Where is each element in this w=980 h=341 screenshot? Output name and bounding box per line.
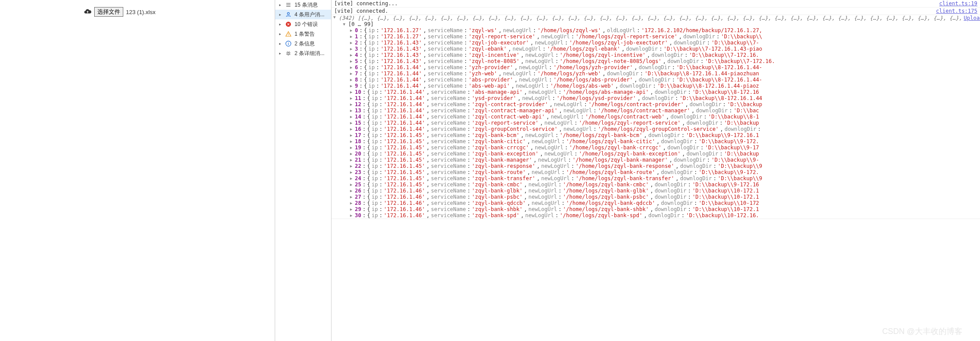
- array-entry[interactable]: ▶14: {ip: '172.16.1.44', serviceName: 'z…: [333, 114, 980, 120]
- array-entry[interactable]: ▶28: {ip: '172.16.1.46', serviceName: 'z…: [333, 200, 980, 206]
- uploaded-filename: 123 (1).xlsx: [126, 9, 155, 15]
- filter-label: 4 条用户消...: [295, 11, 324, 19]
- warn-icon: [285, 30, 292, 37]
- filter-label: 10 个错误: [295, 21, 318, 28]
- array-entry[interactable]: ▶6: {ip: '172.16.1.44', serviceName: 'yz…: [333, 64, 980, 70]
- array-entry[interactable]: ▶3: {ip: '172.16.1.43', serviceName: 'zq…: [333, 46, 980, 52]
- filter-warn[interactable]: ▸1 条警告: [275, 29, 331, 39]
- array-entry[interactable]: ▶4: {ip: '172.16.1.43', serviceName: 'zq…: [333, 52, 980, 58]
- array-entry[interactable]: ▶18: {ip: '172.16.1.45', serviceName: 'z…: [333, 138, 980, 145]
- chevron-right-icon[interactable]: ▶: [350, 132, 354, 138]
- array-entry[interactable]: ▶22: {ip: '172.16.1.45', serviceName: 'z…: [333, 163, 980, 169]
- range-label[interactable]: [0 … 99]: [348, 21, 374, 27]
- chevron-right-icon[interactable]: ▶: [350, 126, 354, 132]
- chevron-right-icon[interactable]: ▶: [350, 40, 354, 46]
- chevron-right-icon[interactable]: ▶: [350, 114, 354, 120]
- chevron-right-icon[interactable]: ▶: [350, 95, 354, 101]
- chevron-right-icon[interactable]: ▶: [350, 52, 354, 58]
- array-entry[interactable]: ▶0: {ip: '172.16.1.27', serviceName: 'zq…: [333, 27, 980, 33]
- user-icon: [285, 11, 292, 18]
- array-entry[interactable]: ▶13: {ip: '172.16.1.44', serviceName: 'z…: [333, 107, 980, 114]
- array-entry[interactable]: ▶1: {ip: '172.16.1.27', serviceName: 'zq…: [333, 33, 980, 40]
- array-entry[interactable]: ▶12: {ip: '172.16.1.44', serviceName: 'z…: [333, 101, 980, 107]
- array-entry[interactable]: ▶24: {ip: '172.16.1.45', serviceName: 'z…: [333, 175, 980, 182]
- array-entry[interactable]: ▶19: {ip: '172.16.1.45', serviceName: 'z…: [333, 145, 980, 151]
- array-entry[interactable]: ▶23: {ip: '172.16.1.45', serviceName: 'z…: [333, 169, 980, 175]
- chevron-right-icon[interactable]: ▶: [350, 89, 354, 95]
- expand-range-icon[interactable]: ▼: [343, 22, 346, 26]
- array-entry[interactable]: ▶10: {ip: '172.16.1.44', serviceName: 'a…: [333, 89, 980, 95]
- chevron-right-icon[interactable]: ▶: [350, 64, 354, 70]
- console-filter-panel: ▸15 条消息▸4 条用户消...▸10 个错误▸1 条警告▸2 条信息▸2 条…: [275, 0, 332, 341]
- filter-label: 2 条信息: [295, 40, 315, 48]
- chevron-right-icon[interactable]: ▸: [278, 32, 282, 36]
- array-entry[interactable]: ▶11: {ip: '172.16.1.44', serviceName: 'y…: [333, 95, 980, 101]
- source-link[interactable]: client.ts:19: [939, 0, 977, 7]
- console-line: [vite] connected.client.ts:175: [332, 7, 980, 15]
- chevron-right-icon[interactable]: ▶: [350, 200, 354, 206]
- array-entry[interactable]: ▶29: {ip: '172.16.1.46', serviceName: 'z…: [333, 206, 980, 212]
- console-line: [vite] connecting...client.ts:19: [332, 0, 980, 7]
- array-entry[interactable]: ▶8: {ip: '172.16.1.44', serviceName: 'ab…: [333, 77, 980, 83]
- chevron-right-icon[interactable]: ▶: [350, 151, 354, 157]
- filter-label: 1 条警告: [295, 30, 315, 38]
- source-link[interactable]: client.ts:175: [936, 8, 977, 14]
- chevron-right-icon[interactable]: ▶: [350, 33, 354, 40]
- console-message: [vite] connecting...: [334, 0, 398, 7]
- filter-msg[interactable]: ▸15 条消息: [275, 0, 331, 10]
- info-icon: [285, 40, 292, 47]
- chevron-right-icon[interactable]: ▶: [350, 182, 354, 188]
- chevron-right-icon[interactable]: ▶: [350, 46, 354, 52]
- chevron-right-icon[interactable]: ▶: [350, 212, 354, 219]
- chevron-right-icon[interactable]: ▶: [350, 194, 354, 200]
- chevron-right-icon[interactable]: ▶: [350, 163, 354, 169]
- chevron-right-icon[interactable]: ▶: [350, 27, 354, 33]
- filter-label: 15 条消息: [295, 1, 318, 9]
- chevron-right-icon[interactable]: ▶: [350, 206, 354, 212]
- chevron-right-icon[interactable]: ▸: [278, 51, 282, 56]
- chevron-right-icon[interactable]: ▸: [278, 41, 282, 46]
- chevron-right-icon[interactable]: ▶: [350, 175, 354, 182]
- filter-info[interactable]: ▸2 条信息: [275, 39, 331, 48]
- array-entry[interactable]: ▶7: {ip: '172.16.1.44', serviceName: 'yz…: [333, 70, 980, 77]
- chevron-right-icon[interactable]: ▸: [278, 12, 282, 17]
- chevron-right-icon[interactable]: ▶: [350, 157, 354, 163]
- chevron-right-icon[interactable]: ▶: [350, 120, 354, 126]
- expand-object-icon[interactable]: ▼: [333, 15, 337, 19]
- array-entry[interactable]: ▶16: {ip: '172.16.1.44', serviceName: 'z…: [333, 126, 980, 132]
- chevron-right-icon[interactable]: ▶: [350, 138, 354, 145]
- array-preview[interactable]: (342) [{…}, {…}, {…}, {…}, {…}, {…}, {…}…: [339, 15, 964, 21]
- chevron-right-icon[interactable]: ▸: [278, 22, 282, 26]
- choose-file-button[interactable]: 选择文件: [94, 7, 123, 17]
- chevron-right-icon[interactable]: ▶: [350, 188, 354, 194]
- array-entry[interactable]: ▶27: {ip: '172.16.1.46', serviceName: 'z…: [333, 194, 980, 200]
- cloud-upload-icon: [84, 7, 92, 17]
- array-entry[interactable]: ▶26: {ip: '172.16.1.46', serviceName: 'z…: [333, 188, 980, 194]
- console-message: [vite] connected.: [334, 8, 388, 14]
- chevron-right-icon[interactable]: ▶: [350, 169, 354, 175]
- array-entry[interactable]: ▶25: {ip: '172.16.1.45', serviceName: 'z…: [333, 182, 980, 188]
- error-icon: [285, 21, 292, 28]
- source-link[interactable]: UploadFile.vue:53: [964, 15, 980, 21]
- array-entry[interactable]: ▶5: {ip: '172.16.1.43', serviceName: 'zq…: [333, 58, 980, 64]
- svg-point-9: [288, 42, 288, 42]
- filter-error[interactable]: ▸10 个错误: [275, 19, 331, 29]
- array-entry[interactable]: ▶30: {ip: '172.16.1.46', serviceName: 'z…: [333, 212, 980, 219]
- array-entry[interactable]: ▶21: {ip: '172.16.1.45', serviceName: 'z…: [333, 157, 980, 163]
- chevron-right-icon[interactable]: ▶: [350, 107, 354, 114]
- array-entry[interactable]: ▶2: {ip: '172.16.1.43', serviceName: 'zq…: [333, 40, 980, 46]
- array-entry[interactable]: ▶20: {ip: '172.16.1.45', serviceName: 'z…: [333, 151, 980, 157]
- chevron-right-icon[interactable]: ▶: [350, 77, 354, 83]
- filter-verbose[interactable]: ▸2 条详细消...: [275, 48, 331, 58]
- array-entry[interactable]: ▶9: {ip: '172.16.1.44', serviceName: 'ab…: [333, 83, 980, 89]
- filter-user[interactable]: ▸4 条用户消...: [275, 10, 331, 19]
- chevron-right-icon[interactable]: ▸: [278, 3, 282, 7]
- array-entry[interactable]: ▶17: {ip: '172.16.1.45', serviceName: 'z…: [333, 132, 980, 138]
- svg-point-6: [288, 35, 288, 36]
- chevron-right-icon[interactable]: ▶: [350, 58, 354, 64]
- chevron-right-icon[interactable]: ▶: [350, 145, 354, 151]
- chevron-right-icon[interactable]: ▶: [350, 101, 354, 107]
- chevron-right-icon[interactable]: ▶: [350, 83, 354, 89]
- chevron-right-icon[interactable]: ▶: [350, 70, 354, 77]
- array-entry[interactable]: ▶15: {ip: '172.16.1.44', serviceName: 'z…: [333, 120, 980, 126]
